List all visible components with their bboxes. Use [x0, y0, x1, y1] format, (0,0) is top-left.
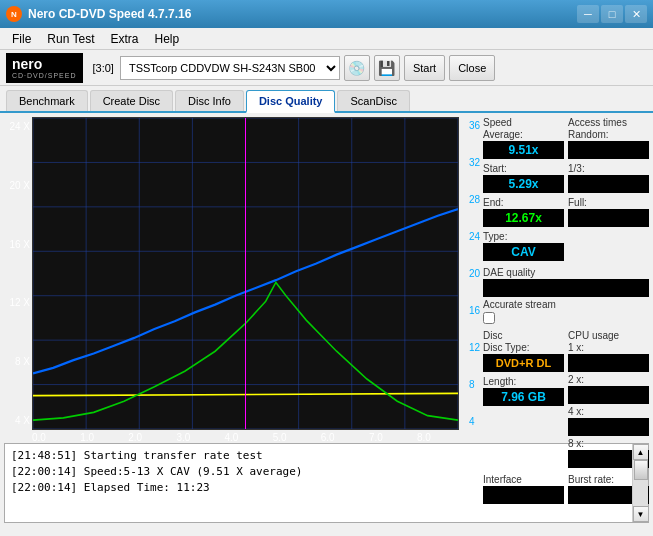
drive-prefix-label: [3:0]: [93, 62, 114, 74]
speed-box: Speed Average: 9.51x Start: 5.29x End: 1…: [483, 117, 564, 261]
tab-disc-quality[interactable]: Disc Quality: [246, 90, 336, 113]
x-axis-label-1: 1.0: [80, 432, 94, 443]
menu-run-test[interactable]: Run Test: [39, 30, 102, 48]
start-label: Start:: [483, 163, 564, 174]
x-axis-label-6: 6.0: [321, 432, 335, 443]
type-label: Type:: [483, 231, 564, 242]
cpu-1x-value: [568, 354, 649, 372]
one-third-value: [568, 175, 649, 193]
x-axis-label-4: 4.0: [225, 432, 239, 443]
y-axis-right-3: 24: [469, 231, 480, 242]
titlebar-controls: ─ □ ✕: [577, 5, 647, 23]
tabs: Benchmark Create Disc Disc Info Disc Qua…: [0, 86, 653, 113]
y-axis-right-2: 28: [469, 194, 480, 205]
x-axis-label-2: 2.0: [128, 432, 142, 443]
menu-file[interactable]: File: [4, 30, 39, 48]
x-axis-label-5: 5.0: [273, 432, 287, 443]
start-value: 5.29x: [483, 175, 564, 193]
y-axis-label-2: 16 X: [9, 239, 30, 250]
menu-help[interactable]: Help: [147, 30, 188, 48]
toolbar: nero CD·DVD/SPEED [3:0] TSSTcorp CDDVDW …: [0, 50, 653, 86]
full-label: Full:: [568, 197, 649, 208]
length-value: 7.96 GB: [483, 388, 564, 406]
log-entry-0: [21:48:51] Starting transfer rate test: [11, 448, 626, 464]
x-axis-label-3: 3.0: [176, 432, 190, 443]
y-axis-right-0: 36: [469, 120, 480, 131]
one-third-label: 1/3:: [568, 163, 649, 174]
logo-area: nero CD·DVD/SPEED: [6, 53, 83, 83]
scrollbar-track: [633, 460, 649, 506]
log-entry-2: [22:00:14] Elapsed Time: 11:23: [11, 480, 626, 496]
cpu-1x-label: 1 x:: [568, 342, 649, 353]
dae-quality-value: [483, 279, 649, 297]
close-button[interactable]: Close: [449, 55, 495, 81]
random-value: [568, 141, 649, 159]
scrollbar-down-button[interactable]: ▼: [633, 506, 649, 522]
panel-speed-access: Speed Average: 9.51x Start: 5.29x End: 1…: [483, 117, 649, 261]
y-axis-label-3: 12 X: [9, 297, 30, 308]
y-axis-right-1: 32: [469, 157, 480, 168]
logo-sub: CD·DVD/SPEED: [12, 72, 77, 79]
length-label: Length:: [483, 376, 564, 387]
start-button[interactable]: Start: [404, 55, 445, 81]
scrollbar-thumb[interactable]: [634, 460, 648, 480]
access-times-label: Access times: [568, 117, 649, 128]
cpu-4x-value: [568, 418, 649, 436]
y-axis-label-4: 8 X: [15, 356, 30, 367]
tab-create-disc[interactable]: Create Disc: [90, 90, 173, 111]
x-axis-label-7: 7.0: [369, 432, 383, 443]
log-area: [21:48:51] Starting transfer rate test […: [4, 443, 649, 523]
x-axis-label-8: 8.0: [417, 432, 431, 443]
cpu-2x-value: [568, 386, 649, 404]
tab-scandisc[interactable]: ScanDisc: [337, 90, 409, 111]
app-title: Nero CD-DVD Speed 4.7.7.16: [28, 7, 191, 21]
y-axis-right-8: 4: [469, 416, 480, 427]
full-value: [568, 209, 649, 227]
y-axis-right-5: 16: [469, 305, 480, 316]
titlebar-left: N Nero CD-DVD Speed 4.7.7.16: [6, 6, 191, 22]
log-content: [21:48:51] Starting transfer rate test […: [5, 444, 632, 522]
tab-benchmark[interactable]: Benchmark: [6, 90, 88, 111]
y-axis-right-7: 8: [469, 379, 480, 390]
disc-icon-button[interactable]: 💿: [344, 55, 370, 81]
disc-type-value: DVD+R DL: [483, 354, 564, 372]
drive-selector[interactable]: TSSTcorp CDDVDW SH-S243N SB00: [120, 56, 340, 80]
random-label: Random:: [568, 129, 649, 140]
end-value: 12.67x: [483, 209, 564, 227]
speed-label: Speed: [483, 117, 564, 128]
dae-quality-label: DAE quality: [483, 267, 649, 278]
cpu-usage-label: CPU usage: [568, 330, 649, 341]
y-axis-right-4: 20: [469, 268, 480, 279]
y-axis-label-1: 20 X: [9, 180, 30, 191]
y-axis-label-0: 24 X: [9, 121, 30, 132]
accurate-stream-checkbox[interactable]: [483, 312, 495, 324]
dae-section: DAE quality Accurate stream: [483, 267, 649, 324]
type-value: CAV: [483, 243, 564, 261]
right-panel: Speed Average: 9.51x Start: 5.29x End: 1…: [483, 113, 653, 443]
titlebar: N Nero CD-DVD Speed 4.7.7.16 ─ □ ✕: [0, 0, 653, 28]
menubar: File Run Test Extra Help: [0, 28, 653, 50]
accurate-stream-label: Accurate stream: [483, 299, 649, 310]
average-value: 9.51x: [483, 141, 564, 159]
end-label: End:: [483, 197, 564, 208]
accurate-stream-checkbox-area: [483, 312, 649, 324]
save-icon-button[interactable]: 💾: [374, 55, 400, 81]
close-window-button[interactable]: ✕: [625, 5, 647, 23]
main-content: 24 X 20 X 16 X 12 X 8 X 4 X: [0, 113, 653, 443]
log-scrollbar: ▲ ▼: [632, 444, 648, 522]
tab-disc-info[interactable]: Disc Info: [175, 90, 244, 111]
log-entry-1: [22:00:14] Speed:5-13 X CAV (9.51 X aver…: [11, 464, 626, 480]
scrollbar-up-button[interactable]: ▲: [633, 444, 649, 460]
y-axis-label-5: 4 X: [15, 415, 30, 426]
disc-type-label: Disc Type:: [483, 342, 564, 353]
menu-extra[interactable]: Extra: [102, 30, 146, 48]
average-label: Average:: [483, 129, 564, 140]
access-box: Access times Random: 1/3: Full:: [568, 117, 649, 261]
disc-type-section-label: Disc: [483, 330, 564, 341]
cpu-4x-label: 4 x:: [568, 406, 649, 417]
y-axis-right-6: 12: [469, 342, 480, 353]
logo-text: nero: [12, 56, 77, 72]
cpu-2x-label: 2 x:: [568, 374, 649, 385]
minimize-button[interactable]: ─: [577, 5, 599, 23]
maximize-button[interactable]: □: [601, 5, 623, 23]
